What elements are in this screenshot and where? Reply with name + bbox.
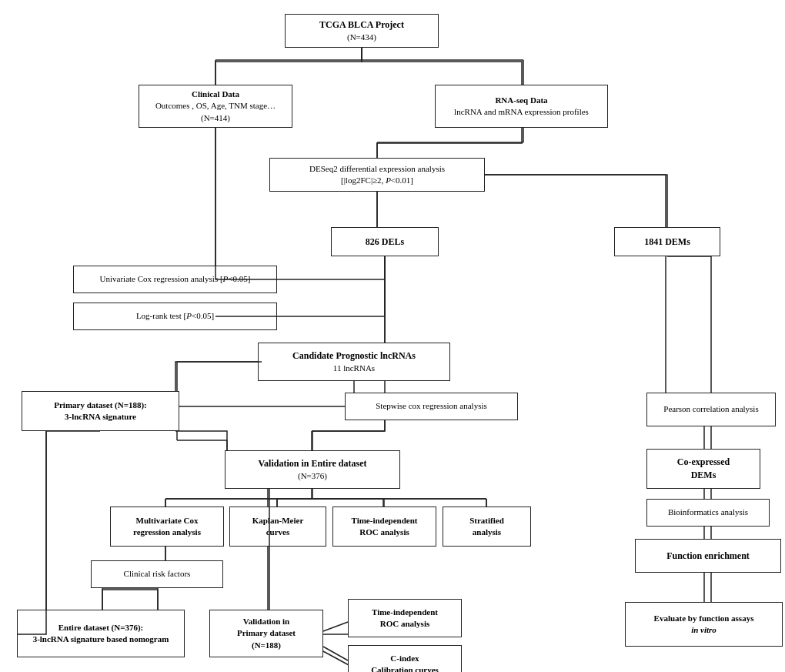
validation-entire-box: Validation in Entire dataset (N=376)	[225, 450, 400, 489]
candidate-label: Candidate Prognostic lncRNAs	[292, 349, 416, 363]
flowchart-diagram: TCGA BLCA Project (N=434) Clinical Data …	[0, 0, 785, 672]
stepwise-label: Stepwise cox regression analysis	[376, 400, 487, 412]
tcga-sub: (N=434)	[347, 32, 376, 43]
entire-dataset-box: Entire dataset (N=376):3-lncRNA signatur…	[17, 610, 185, 657]
coexpressed-label: Co-expressedDEMs	[677, 456, 730, 482]
tcga-box: TCGA BLCA Project (N=434)	[285, 14, 439, 48]
validation-primary-label: Validation inPrimary dataset(N=188)	[237, 616, 296, 651]
tcga-label: TCGA BLCA Project	[319, 18, 404, 32]
evaluate-box: Evaluate by function assaysin vitro	[625, 602, 783, 647]
kaplan-box: Kaplan-Meiercurves	[229, 507, 326, 547]
coexpressed-box: Co-expressedDEMs	[646, 449, 760, 489]
candidate-box: Candidate Prognostic lncRNAs 11 lncRNAs	[258, 343, 450, 381]
deseq-label: DESeq2 differential expression analysis[…	[309, 163, 445, 187]
univariate-label: Univariate Cox regression analysis [P<0.…	[100, 273, 251, 285]
stratified-label: Stratifiedanalysis	[469, 515, 504, 539]
timeindep1-label: Time-independentROC analysis	[352, 515, 418, 539]
dems-box: 1841 DEMs	[614, 227, 720, 256]
rnaseq-label: RNA-seq Data	[495, 95, 547, 106]
svg-line-54	[322, 650, 350, 666]
cindex-box: C-indexCalibration curves	[348, 645, 462, 672]
pearson-label: Pearson correlation analysis	[663, 403, 758, 415]
logrank-box: Log-rank test [P<0.05]	[73, 303, 277, 330]
dems-label: 1841 DEMs	[644, 236, 690, 249]
dels-label: 826 DELs	[366, 236, 404, 249]
clinical-risk-box: Clinical risk factors	[91, 560, 223, 588]
logrank-label: Log-rank test [P<0.05]	[136, 310, 214, 322]
pearson-box: Pearson correlation analysis	[646, 393, 776, 426]
rnaseq-box: RNA-seq Data lncRNA and mRNA expression …	[435, 85, 608, 128]
candidate-sub: 11 lncRNAs	[333, 363, 375, 374]
validation-entire-label: Validation in Entire dataset	[258, 457, 366, 470]
primary-label: Primary dataset (N=188):3-lncRNA signatu…	[54, 400, 147, 423]
multivariate-box: Multivariate Coxregression analysis	[110, 507, 224, 547]
bioinformatics-label: Bioinformatics analysis	[668, 507, 748, 518]
multivariate-label: Multivariate Coxregression analysis	[133, 515, 201, 539]
function-enrichment-label: Function enrichment	[666, 550, 750, 563]
univariate-box: Univariate Cox regression analysis [P<0.…	[73, 266, 277, 293]
stepwise-box: Stepwise cox regression analysis	[345, 393, 518, 420]
timeindep1-box: Time-independentROC analysis	[332, 507, 436, 547]
entire-dataset-label: Entire dataset (N=376):3-lncRNA signatur…	[33, 622, 169, 646]
timeindep2-label: Time-independentROC analysis	[372, 607, 438, 630]
function-enrichment-box: Function enrichment	[635, 539, 781, 573]
primary-box: Primary dataset (N=188):3-lncRNA signatu…	[22, 391, 179, 431]
deseq-box: DESeq2 differential expression analysis[…	[269, 158, 485, 192]
validation-entire-sub: (N=376)	[298, 470, 327, 482]
bioinformatics-box: Bioinformatics analysis	[646, 499, 770, 527]
evaluate-label: Evaluate by function assaysin vitro	[654, 613, 754, 637]
dels-box: 826 DELs	[331, 227, 439, 256]
rnaseq-sub: lncRNA and mRNA expression profiles	[454, 106, 589, 118]
timeindep2-box: Time-independentROC analysis	[348, 599, 462, 637]
kaplan-label: Kaplan-Meiercurves	[252, 515, 304, 539]
clinical-sub: Outcomes , OS, Age, TNM stage…(N=414)	[155, 100, 276, 124]
stratified-box: Stratifiedanalysis	[443, 507, 531, 547]
clinical-risk-label: Clinical risk factors	[124, 568, 191, 580]
clinical-label: Clinical Data	[192, 89, 239, 100]
validation-primary-box: Validation inPrimary dataset(N=188)	[209, 610, 323, 657]
clinical-box: Clinical Data Outcomes , OS, Age, TNM st…	[139, 85, 292, 128]
cindex-label: C-indexCalibration curves	[371, 653, 439, 672]
